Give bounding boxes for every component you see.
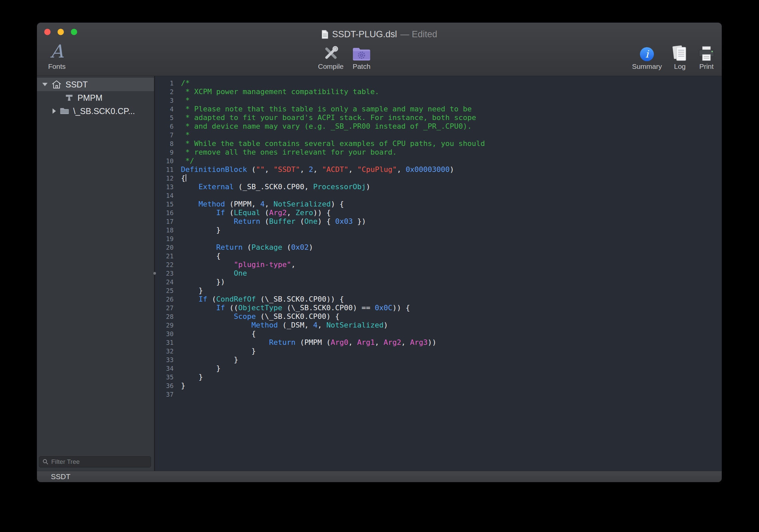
- line-number: 3: [155, 96, 174, 105]
- code-line: 13 External (_SB_.SCK0.CP00, ProcessorOb…: [155, 183, 722, 191]
- code-text: Scope (\_SB.SCK0.CP00) {: [181, 312, 340, 321]
- code-text: }: [181, 286, 203, 295]
- code-text: One: [181, 269, 247, 278]
- disclosure-right-icon[interactable]: [53, 108, 56, 114]
- code-text: */: [181, 157, 194, 165]
- code-line: 20 Return (Package (0x02): [155, 243, 722, 252]
- code-text: Return (PMPM (Arg0, Arg1, Arg2, Arg3)): [181, 338, 436, 347]
- code-line: 21 {: [155, 252, 722, 260]
- print-button[interactable]: Print: [698, 41, 715, 70]
- code-text: * and device name may vary (e.g. _SB_.PR…: [181, 122, 472, 131]
- code-line: 19: [155, 234, 722, 243]
- line-number: 21: [155, 252, 174, 260]
- print-icon: [698, 41, 715, 62]
- status-bar: SSDT: [37, 471, 722, 482]
- line-number: 24: [155, 278, 174, 286]
- patch-label: Patch: [353, 63, 371, 70]
- patch-button[interactable]: Patch: [352, 41, 371, 70]
- code-text: If (CondRefOf (\_SB.SCK0.CP00)) {: [181, 295, 344, 304]
- toolbar: A Fonts Compile: [37, 41, 722, 76]
- summary-button[interactable]: i Summary: [632, 41, 662, 70]
- toolbar-center-group: Compile: [318, 41, 371, 70]
- code-text: * adapted to fit your board's ACPI stack…: [181, 113, 476, 122]
- filter-field[interactable]: [39, 456, 151, 467]
- filter-tree-input[interactable]: [51, 458, 147, 466]
- line-number: 2: [155, 87, 174, 96]
- toolbar-right-group: i Summary: [632, 41, 715, 70]
- minimize-button[interactable]: [58, 29, 64, 35]
- line-number: 9: [155, 148, 174, 157]
- code-text: Method (PMPM, 4, NotSerialized) {: [181, 200, 344, 208]
- sidebar-item-pmpm[interactable]: PMPM: [37, 91, 154, 104]
- code-line: 23 One: [155, 269, 722, 278]
- sidebar: SSDT PMPM: [37, 76, 154, 471]
- compile-button[interactable]: Compile: [318, 41, 344, 70]
- close-button[interactable]: [44, 29, 51, 35]
- main-content: SSDT PMPM: [37, 76, 722, 471]
- code-editor[interactable]: 1/*2 * XCPM power management compatibili…: [155, 76, 722, 471]
- titlebar[interactable]: SSDT-PLUG.dsl — Edited: [37, 23, 722, 41]
- fonts-label: Fonts: [48, 63, 66, 70]
- code-text: If (LEqual (Arg2, Zero)) {: [181, 208, 331, 217]
- code-text: * While the table contains several examp…: [181, 139, 485, 148]
- line-number: 36: [155, 381, 174, 390]
- code-line: 16 If (LEqual (Arg2, Zero)) {: [155, 208, 722, 217]
- sidebar-item-sb-sck0[interactable]: \_SB.SCK0.CP...: [37, 104, 154, 118]
- line-number: 18: [155, 226, 174, 234]
- folder-icon: [60, 107, 69, 115]
- code-line: 10 */: [155, 157, 722, 165]
- line-number: 11: [155, 165, 174, 174]
- line-number: 29: [155, 321, 174, 330]
- desktop: SSDT-PLUG.dsl — Edited A Fonts: [0, 0, 759, 532]
- document-title: SSDT-PLUG.dsl: [332, 29, 397, 40]
- log-button[interactable]: Log: [672, 41, 688, 70]
- log-documents-icon: [672, 41, 688, 62]
- code-text: *: [181, 96, 190, 105]
- code-line: 25 }: [155, 286, 722, 295]
- code-line: 24 }): [155, 278, 722, 286]
- code-line: 12{: [155, 174, 722, 183]
- code-line: 30 {: [155, 330, 722, 338]
- code-line: 36}: [155, 381, 722, 390]
- code-lines: 1/*2 * XCPM power management compatibili…: [155, 79, 722, 399]
- disclosure-down-icon[interactable]: [42, 83, 48, 86]
- code-line: 32 }: [155, 347, 722, 355]
- code-text: }: [181, 364, 221, 373]
- edited-indicator: — Edited: [400, 29, 437, 40]
- compile-label: Compile: [318, 63, 344, 70]
- line-number: 22: [155, 260, 174, 269]
- code-text: }: [181, 347, 256, 355]
- code-text: /*: [181, 79, 190, 87]
- pane-splitter[interactable]: [154, 76, 155, 471]
- code-line: 27 If ((ObjectType (\_SB.SCK0.CP00) == 0…: [155, 304, 722, 312]
- line-number: 35: [155, 373, 174, 381]
- sidebar-item-label: \_SB.SCK0.CP...: [73, 106, 135, 116]
- code-text: }): [181, 278, 225, 286]
- code-line: 8 * While the table contains several exa…: [155, 139, 722, 148]
- code-text: If ((ObjectType (\_SB.SCK0.CP00) == 0x0C…: [181, 304, 410, 312]
- splitter-handle[interactable]: [153, 272, 156, 275]
- text-cursor: [186, 174, 186, 182]
- line-number: 20: [155, 243, 174, 252]
- line-number: 6: [155, 122, 174, 131]
- window-header: SSDT-PLUG.dsl — Edited A Fonts: [37, 23, 722, 76]
- code-line: 3 *: [155, 96, 722, 105]
- code-text: }: [181, 355, 238, 364]
- line-number: 23: [155, 269, 174, 278]
- code-text: Return (Buffer (One) { 0x03 }): [181, 217, 366, 226]
- code-text: {: [181, 174, 186, 183]
- code-line: 31 Return (PMPM (Arg0, Arg1, Arg2, Arg3)…: [155, 338, 722, 347]
- sidebar-item-ssdt[interactable]: SSDT: [37, 78, 154, 91]
- code-line: 6 * and device name may vary (e.g. _SB_.…: [155, 122, 722, 131]
- summary-label: Summary: [632, 63, 662, 70]
- line-number: 13: [155, 183, 174, 191]
- zoom-button[interactable]: [71, 29, 77, 35]
- fonts-button[interactable]: A Fonts: [42, 41, 72, 70]
- line-number: 7: [155, 131, 174, 139]
- line-number: 16: [155, 208, 174, 217]
- line-number: 26: [155, 295, 174, 304]
- code-line: 9 * remove all the ones irrelevant for y…: [155, 148, 722, 157]
- code-text: External (_SB_.SCK0.CP00, ProcessorObj): [181, 183, 371, 191]
- line-number: 28: [155, 312, 174, 321]
- line-number: 12: [155, 174, 174, 183]
